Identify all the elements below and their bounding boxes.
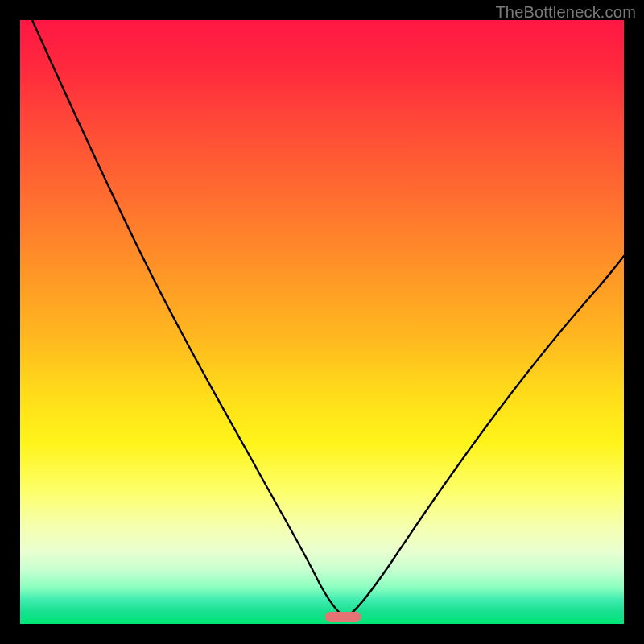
curve-right-branch [350, 256, 624, 614]
optimum-marker [325, 612, 361, 622]
chart-frame: TheBottleneck.com [0, 0, 644, 644]
curve-left-branch [32, 20, 341, 614]
bottleneck-curve [20, 20, 624, 624]
gradient-plot-area [20, 20, 624, 624]
watermark-text: TheBottleneck.com [495, 3, 636, 22]
